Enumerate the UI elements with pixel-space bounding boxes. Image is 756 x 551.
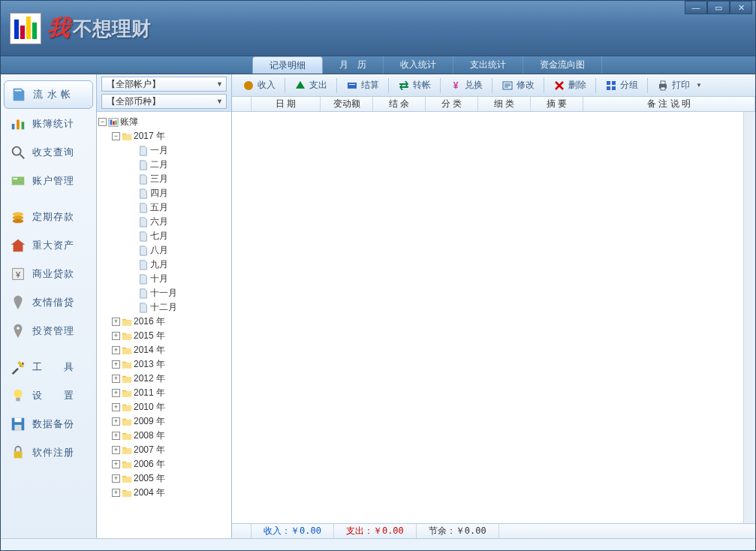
column-header[interactable]: 日 期 [251,97,321,111]
tree-year-closed[interactable]: + 2006 年 [98,457,230,471]
toolbar-edit-button[interactable]: 修改 [495,77,541,94]
tree-year-closed[interactable]: + 2012 年 [98,372,230,386]
expand-icon[interactable]: + [112,403,120,411]
tree-year-closed[interactable]: + 2004 年 [98,486,230,500]
svg-rect-20 [116,120,117,125]
column-header[interactable]: 备 注 说 明 [583,97,755,111]
svg-rect-15 [14,425,21,430]
tree-year-closed[interactable]: + 2005 年 [98,471,230,486]
sidebar-item-loan[interactable]: ¥商业贷款 [4,260,93,288]
tree-month[interactable]: 九月 [98,257,230,272]
tree-year-closed[interactable]: + 2008 年 [98,429,230,443]
sidebar-item-disk[interactable]: 数据备份 [4,411,93,438]
window-minimize-button[interactable]: — [685,1,707,14]
tree-pane: 【全部帐户】 ▼ 【全部币种】 ▼ − 账簿− 2017 年 一月 二月 三月 … [97,74,232,538]
tree-month[interactable]: 六月 [98,215,230,229]
tree-year-closed[interactable]: + 2013 年 [98,357,230,372]
tree-month[interactable]: 一月 [98,143,230,158]
column-header[interactable]: 摘 要 [531,97,583,111]
table-header: 日 期变动额结 余分 类细 类摘 要备 注 说 明 [232,97,755,112]
tree-year-open[interactable]: − 2017 年 [98,129,230,143]
column-header[interactable]: 细 类 [478,97,531,111]
toolbar-delete-button[interactable]: 删除 [547,77,592,94]
expand-icon[interactable]: + [112,332,120,340]
vertical-scrollbar[interactable] [743,112,755,523]
accounts-icon [10,173,26,189]
column-header[interactable]: 变动额 [321,97,373,111]
expand-icon[interactable]: + [112,389,120,397]
expand-icon[interactable]: + [112,474,120,483]
sidebar-item-label: 软件注册 [32,446,74,459]
sidebar-item-invest[interactable]: 投资管理 [4,318,93,345]
table-body[interactable] [232,112,755,523]
tree-month[interactable]: 四月 [98,186,230,200]
income-icon [242,80,255,92]
toolbar-transfer-button[interactable]: 转帐 [392,77,437,94]
column-header[interactable]: 结 余 [373,97,426,111]
expand-icon[interactable]: + [112,489,120,497]
toolbar-income-button[interactable]: 收入 [236,77,282,94]
sidebar-item-label: 重大资产 [32,239,74,252]
currency-filter-select[interactable]: 【全部币种】 ▼ [101,94,227,109]
tree-month[interactable]: 十二月 [98,300,230,315]
expand-icon[interactable]: + [112,460,120,468]
sidebar-item-lock[interactable]: 软件注册 [4,439,93,466]
tree-month[interactable]: 七月 [98,229,230,243]
expand-icon[interactable]: + [112,375,120,383]
toolbar-exchange-button[interactable]: ¥兑换 [444,77,489,94]
toolbar-separator [647,78,648,93]
sidebar-item-friend[interactable]: 友情借贷 [4,289,93,316]
tree-year-closed[interactable]: + 2014 年 [98,343,230,357]
toolbar-button-label: 收入 [258,79,276,92]
tree-month[interactable]: 八月 [98,243,230,257]
toolbar-separator [544,78,544,93]
tree-month[interactable]: 三月 [98,172,230,186]
expand-icon[interactable]: + [112,446,120,454]
sidebar-item-book[interactable]: 流 水 帐 [4,80,93,109]
expand-icon[interactable]: + [112,432,120,440]
tree-year-closed[interactable]: + 2010 年 [98,400,230,414]
expand-icon[interactable]: + [112,346,120,354]
view-tab-4[interactable]: 资金流向图 [523,56,602,74]
toolbar-settle-button[interactable]: 结算 [340,77,385,94]
app-title-gray: 不想理财 [73,16,151,42]
expand-icon[interactable]: + [112,360,120,369]
view-tab-0[interactable]: 记录明细 [252,56,323,74]
toolbar-expense-button[interactable]: 支出 [288,77,333,94]
toolbar-group-button[interactable]: 分组 [599,77,644,94]
view-tabs: 记录明细月 历收入统计支出统计资金流向图 [1,56,755,74]
sidebar-item-house[interactable]: 重大资产 [4,232,93,259]
view-tab-3[interactable]: 支出统计 [453,56,523,74]
sidebar-item-coins[interactable]: 定期存款 [4,203,93,230]
tree-year-closed[interactable]: + 2011 年 [98,386,230,400]
ledger-tree[interactable]: − 账簿− 2017 年 一月 二月 三月 四月 五月 六月 七月 八月 九月 … [97,112,231,538]
sidebar-item-tools[interactable]: 工 具 [4,354,93,381]
collapse-icon[interactable]: − [98,118,107,126]
expand-icon[interactable]: + [112,318,120,326]
tree-year-closed[interactable]: + 2007 年 [98,443,230,457]
expand-icon[interactable]: + [112,417,120,426]
view-tab-2[interactable]: 收入统计 [384,56,453,74]
tree-root[interactable]: − 账簿 [98,115,230,129]
window-close-button[interactable]: ✕ [730,1,752,14]
bulb-icon [10,387,26,404]
sidebar-item-bulb[interactable]: 设 置 [4,382,93,409]
tree-year-closed[interactable]: + 2009 年 [98,414,230,429]
sidebar-item-accounts[interactable]: 账户管理 [4,167,93,194]
tree-year-closed[interactable]: + 2016 年 [98,315,230,329]
toolbar-print-button[interactable]: 打印▼ [651,77,708,94]
column-header[interactable] [232,97,251,111]
svg-rect-26 [607,81,610,85]
column-header[interactable]: 分 类 [426,97,478,111]
tree-month[interactable]: 十月 [98,272,230,286]
tree-year-closed[interactable]: + 2015 年 [98,329,230,343]
tree-month[interactable]: 二月 [98,158,230,172]
sidebar-item-chart[interactable]: 账簿统计 [4,110,93,137]
window-maximize-button[interactable]: ▭ [707,1,730,14]
view-tab-1[interactable]: 月 历 [323,56,384,74]
account-filter-select[interactable]: 【全部帐户】 ▼ [101,77,227,92]
tree-month[interactable]: 五月 [98,200,230,215]
tree-month[interactable]: 十一月 [98,286,230,300]
collapse-icon[interactable]: − [112,132,120,140]
sidebar-item-search[interactable]: 收支查询 [4,139,93,166]
